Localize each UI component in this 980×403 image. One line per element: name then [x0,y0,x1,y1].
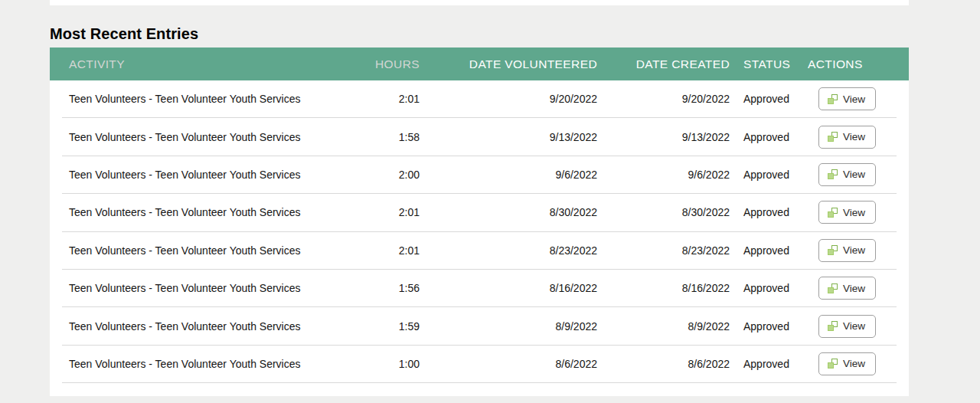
recent-entries-table: ACTIVITY HOURS DATE VOLUNTEERED DATE CRE… [50,48,909,396]
hours-cell: 2:01 [328,93,420,105]
clone-icon [828,94,838,104]
table-row: Teen Volunteers - Teen Volunteer Youth S… [62,80,897,118]
hours-cell: 2:00 [328,169,420,181]
date-created-cell: 8/30/2022 [597,206,730,218]
table-row: Teen Volunteers - Teen Volunteer Youth S… [62,232,897,270]
date-volunteered-cell: 8/30/2022 [420,206,597,218]
date-created-cell: 8/9/2022 [597,320,730,333]
column-header-activity[interactable]: ACTIVITY [62,57,328,71]
date-created-cell: 9/6/2022 [597,169,730,181]
hours-cell: 1:59 [328,320,420,333]
column-header-status: STATUS [730,57,808,71]
date-created-cell: 8/6/2022 [597,358,730,370]
status-cell: Approved [730,93,808,105]
view-button[interactable]: View [818,315,876,338]
clone-icon [828,169,838,179]
actions-cell: View [808,163,897,186]
clone-icon [828,132,838,142]
clone-icon [828,359,838,369]
actions-cell: View [808,87,897,110]
date-volunteered-cell: 9/6/2022 [420,169,597,181]
date-created-cell: 9/13/2022 [597,131,730,143]
actions-cell: View [808,352,897,375]
clone-icon [828,283,838,293]
status-cell: Approved [730,320,808,333]
activity-cell: Teen Volunteers - Teen Volunteer Youth S… [62,169,328,181]
status-cell: Approved [730,358,808,370]
date-volunteered-cell: 9/20/2022 [420,93,597,105]
view-button-label: View [843,93,865,105]
view-button-label: View [843,169,865,180]
view-button-label: View [843,131,865,143]
view-button-label: View [843,320,865,332]
date-volunteered-cell: 8/9/2022 [420,320,597,333]
date-created-cell: 8/23/2022 [597,244,730,257]
date-created-cell: 8/16/2022 [597,282,730,294]
activity-cell: Teen Volunteers - Teen Volunteer Youth S… [62,244,328,257]
table-row: Teen Volunteers - Teen Volunteer Youth S… [62,118,897,156]
activity-cell: Teen Volunteers - Teen Volunteer Youth S… [62,206,328,218]
top-card-edge [50,0,909,5]
actions-cell: View [808,239,897,262]
table-row: Teen Volunteers - Teen Volunteer Youth S… [62,346,897,383]
activity-cell: Teen Volunteers - Teen Volunteer Youth S… [62,320,328,333]
date-volunteered-cell: 8/23/2022 [420,244,597,257]
view-button-label: View [843,358,865,369]
actions-cell: View [808,126,897,149]
hours-cell: 2:01 [328,206,420,218]
actions-cell: View [808,315,897,338]
table-row: Teen Volunteers - Teen Volunteer Youth S… [62,270,897,307]
table-body: Teen Volunteers - Teen Volunteer Youth S… [62,80,897,383]
hours-cell: 1:56 [328,282,420,294]
column-header-hours[interactable]: HOURS [328,57,420,71]
date-volunteered-cell: 8/16/2022 [420,282,597,294]
status-cell: Approved [730,282,808,294]
clone-icon [828,245,838,255]
view-button-label: View [843,244,865,256]
page-title: Most Recent Entries [50,25,198,43]
column-header-actions: ACTIONS [808,57,897,71]
view-button[interactable]: View [818,201,876,224]
status-cell: Approved [730,169,808,181]
activity-cell: Teen Volunteers - Teen Volunteer Youth S… [62,358,328,370]
hours-cell: 1:00 [328,358,420,370]
view-button[interactable]: View [818,277,876,300]
status-cell: Approved [730,206,808,218]
date-created-cell: 9/20/2022 [597,93,730,105]
clone-icon [828,208,838,218]
view-button[interactable]: View [818,163,876,186]
actions-cell: View [808,277,897,300]
table-row: Teen Volunteers - Teen Volunteer Youth S… [62,194,897,231]
activity-cell: Teen Volunteers - Teen Volunteer Youth S… [62,93,328,105]
table-header-row: ACTIVITY HOURS DATE VOLUNTEERED DATE CRE… [50,48,909,80]
hours-cell: 1:58 [328,131,420,143]
status-cell: Approved [730,244,808,257]
hours-cell: 2:01 [328,244,420,257]
column-header-date-volunteered[interactable]: DATE VOLUNTEERED [420,57,597,71]
table-row: Teen Volunteers - Teen Volunteer Youth S… [62,307,897,345]
activity-cell: Teen Volunteers - Teen Volunteer Youth S… [62,131,328,143]
view-button[interactable]: View [818,239,876,262]
view-button-label: View [843,207,865,218]
status-cell: Approved [730,131,808,143]
date-volunteered-cell: 8/6/2022 [420,358,597,370]
view-button[interactable]: View [818,352,876,375]
actions-cell: View [808,201,897,224]
view-button-label: View [843,283,865,294]
column-header-date-created[interactable]: DATE CREATED [597,57,730,71]
table-row: Teen Volunteers - Teen Volunteer Youth S… [62,156,897,194]
view-button[interactable]: View [818,126,876,149]
date-volunteered-cell: 9/13/2022 [420,131,597,143]
view-button[interactable]: View [818,87,876,110]
clone-icon [828,321,838,331]
activity-cell: Teen Volunteers - Teen Volunteer Youth S… [62,282,328,294]
